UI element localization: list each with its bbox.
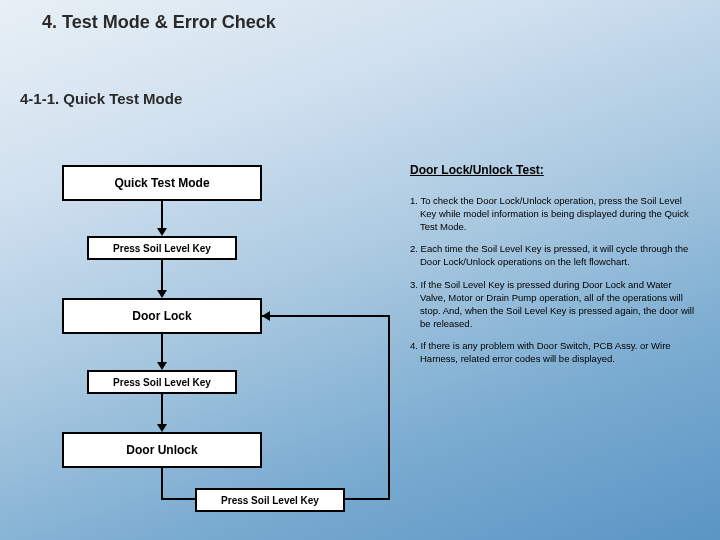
flow-door-lock: Door Lock: [62, 298, 262, 334]
flow-quick-test-mode: Quick Test Mode: [62, 165, 262, 201]
instruction-step-1: 1. To check the Door Lock/Unlock operati…: [410, 195, 698, 233]
flow-connector: [345, 498, 390, 500]
flow-connector: [161, 201, 163, 229]
flow-connector: [161, 468, 163, 498]
flow-press-soil-3: Press Soil Level Key: [195, 488, 345, 512]
flow-press-soil-2: Press Soil Level Key: [87, 370, 237, 394]
flow-connector: [262, 315, 390, 317]
arrow-down-icon: [157, 228, 167, 236]
page-title: 4. Test Mode & Error Check: [42, 12, 276, 33]
flow-press-soil-1: Press Soil Level Key: [87, 236, 237, 260]
flow-connector: [161, 260, 163, 290]
arrow-down-icon: [157, 290, 167, 298]
flow-connector: [161, 498, 195, 500]
arrow-down-icon: [157, 424, 167, 432]
section-subtitle: 4-1-1. Quick Test Mode: [20, 90, 182, 107]
instructions-heading: Door Lock/Unlock Test:: [410, 163, 544, 177]
flow-door-unlock: Door Unlock: [62, 432, 262, 468]
instruction-step-2: 2. Each time the Soil Level Key is press…: [410, 243, 698, 269]
instructions-body: 1. To check the Door Lock/Unlock operati…: [410, 195, 698, 376]
arrow-down-icon: [157, 362, 167, 370]
flow-connector: [161, 334, 163, 362]
arrow-left-icon: [262, 311, 270, 321]
flow-connector: [388, 315, 390, 500]
flow-connector: [161, 394, 163, 424]
instruction-step-4: 4. If there is any problem with Door Swi…: [410, 340, 698, 366]
instruction-step-3: 3. If the Soil Level Key is pressed duri…: [410, 279, 698, 330]
